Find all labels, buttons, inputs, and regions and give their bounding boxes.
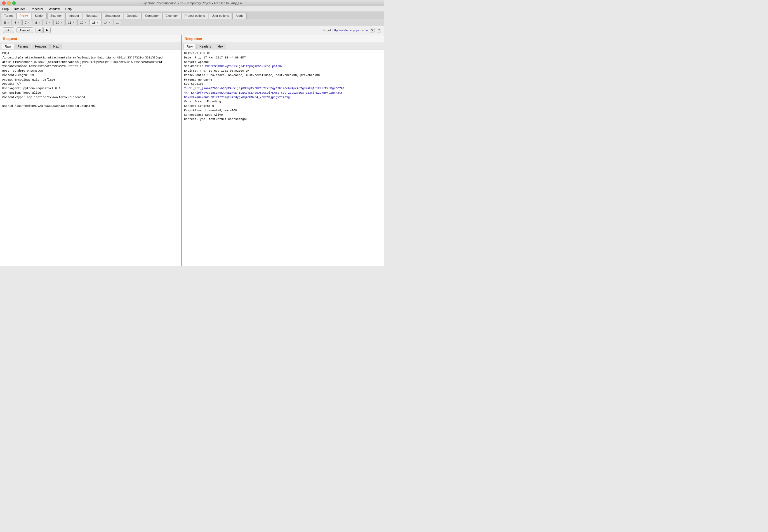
close-tab-7-icon[interactable]: × (28, 21, 30, 24)
tab-user-options[interactable]: User options (209, 13, 232, 19)
close-tab-13-icon[interactable]: × (97, 21, 98, 24)
req-tab-8[interactable]: 8 × (33, 20, 43, 25)
menubar: Burp Intruder Repeater Window Help (0, 6, 384, 12)
req-tab-14[interactable]: 14 × (102, 20, 113, 25)
tab-spider[interactable]: Spider (32, 13, 47, 19)
req-tab-7[interactable]: 7 × (22, 20, 32, 25)
response-tab-raw[interactable]: Raw (183, 44, 196, 49)
request-tab-headers[interactable]: Headers (32, 44, 50, 49)
main-tab-bar: Target Proxy Spider Scanner Intruder Rep… (0, 12, 384, 19)
go-button[interactable]: Go (3, 27, 14, 33)
tab-extender[interactable]: Extender (162, 13, 181, 19)
request-tab-bar: 5 × 6 × 7 × 8 × 9 × 10 × 11 × 12 × 13 × … (0, 19, 384, 25)
response-panel: Response Raw Headers Hex HTTP/1.1 200 OK… (182, 35, 384, 266)
request-tab-hex[interactable]: Hex (50, 44, 62, 49)
close-tab-12-icon[interactable]: × (85, 21, 86, 24)
menu-repeater[interactable]: Repeater (29, 7, 44, 11)
close-button[interactable] (2, 1, 6, 5)
toolbar: Go Cancel ◀ ▶ Target: http://v9.demo.php… (0, 25, 384, 35)
request-tab-params[interactable]: Params (15, 44, 31, 49)
menu-intruder[interactable]: Intruder (13, 7, 26, 11)
close-tab-14-icon[interactable]: × (109, 21, 110, 24)
tab-alerts[interactable]: Alerts (232, 13, 246, 19)
nav-forward-button[interactable]: ▶ (43, 27, 51, 33)
tab-target[interactable]: Target (1, 13, 16, 19)
tab-intruder[interactable]: Intruder (65, 13, 82, 19)
target-info: Target: http://v9.demo.phpcms.cn (322, 29, 368, 32)
response-content[interactable]: HTTP/1.1 200 OK Date: Fri, 17 Mar 2017 0… (182, 50, 384, 266)
target-url: http://v9.demo.phpcms.cn (333, 29, 368, 32)
response-sub-tabs: Raw Headers Hex (182, 43, 384, 50)
menu-burp[interactable]: Burp (1, 7, 10, 11)
req-tab-more[interactable]: ... (114, 20, 121, 25)
request-tab-raw[interactable]: Raw (2, 44, 14, 49)
request-section-title: Request (0, 35, 181, 43)
target-edit-icon[interactable]: ✎ (370, 28, 374, 32)
close-tab-8-icon[interactable]: × (38, 21, 40, 24)
req-tab-5[interactable]: 5 × (2, 20, 11, 25)
close-tab-9-icon[interactable]: × (49, 21, 50, 24)
content-wrapper: Request Raw Params Headers Hex POST /ind… (0, 35, 384, 266)
response-tab-hex[interactable]: Hex (215, 44, 227, 49)
request-content[interactable]: POST /index.php?m=attachment&c=attachmen… (0, 50, 181, 266)
menu-help[interactable]: Help (64, 7, 73, 11)
tab-comparer[interactable]: Comparer (142, 13, 162, 19)
close-tab-11-icon[interactable]: × (73, 21, 74, 24)
minimize-button[interactable] (7, 1, 11, 5)
close-tab-5-icon[interactable]: × (7, 21, 9, 24)
req-tab-6[interactable]: 6 × (12, 20, 22, 25)
tab-decoder[interactable]: Decoder (124, 13, 142, 19)
traffic-lights (2, 1, 16, 5)
request-panel: Request Raw Params Headers Hex POST /ind… (0, 35, 182, 266)
req-tab-13[interactable]: 13 × (89, 20, 101, 25)
tab-proxy[interactable]: Proxy (17, 13, 31, 19)
nav-back-button[interactable]: ◀ (36, 27, 43, 33)
menu-window[interactable]: Window (48, 7, 61, 11)
req-tab-12[interactable]: 12 × (77, 20, 89, 25)
tab-repeater[interactable]: Repeater (83, 13, 102, 19)
window-title: Burp Suite Professional v1.7.11 - Tempor… (141, 1, 244, 5)
req-tab-9[interactable]: 9 × (43, 20, 53, 25)
nav-buttons: ◀ ▶ (36, 27, 51, 33)
maximize-button[interactable] (12, 1, 16, 5)
cancel-button[interactable]: Cancel (17, 27, 33, 33)
close-tab-10-icon[interactable]: × (61, 21, 62, 24)
close-tab-6-icon[interactable]: × (18, 21, 19, 24)
response-section-title: Response (182, 35, 384, 43)
tab-scanner[interactable]: Scanner (47, 13, 65, 19)
req-tab-11[interactable]: 11 × (65, 20, 77, 25)
request-sub-tabs: Raw Params Headers Hex (0, 43, 181, 50)
tab-project-options[interactable]: Project options (182, 13, 208, 19)
tab-sequencer[interactable]: Sequencer (102, 13, 123, 19)
titlebar: Burp Suite Professional v1.7.11 - Tempor… (0, 0, 384, 6)
response-tab-headers[interactable]: Headers (196, 44, 214, 49)
req-tab-10[interactable]: 10 × (53, 20, 65, 25)
target-help-icon[interactable]: ? (377, 28, 381, 32)
